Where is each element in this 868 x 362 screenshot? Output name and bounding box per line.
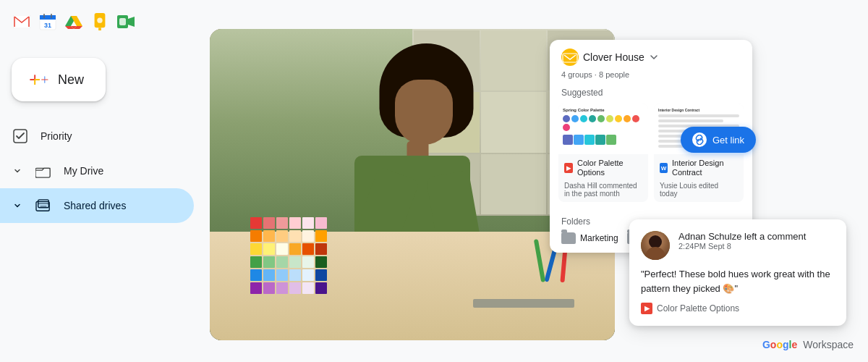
sidebar-item-priority[interactable]: Priority [0, 119, 194, 153]
meet-app-icon[interactable] [116, 12, 136, 32]
file-info-color-palette: ▶ Color Palette Options [558, 154, 648, 182]
shared-drives-icon [35, 197, 52, 214]
comment-header: Adnan Schulze left a comment 2:24PM Sept… [641, 231, 835, 260]
suggested-label: Suggested [550, 85, 752, 104]
workspace-name-text: Clover House [583, 51, 644, 63]
svg-rect-10 [119, 18, 126, 25]
files-grid: Spring Color Palette [550, 104, 752, 211]
google-brand-text: Google [762, 339, 797, 350]
sidebar: New Priority [0, 0, 203, 362]
drive-app-icon[interactable] [64, 12, 84, 32]
expand-arrow-shared-drives[interactable] [12, 200, 23, 211]
comment-card: Adnan Schulze left a comment 2:24PM Sept… [629, 219, 846, 326]
get-link-button[interactable]: Get link [681, 127, 756, 153]
my-drive-icon [35, 162, 52, 180]
file-card-color-palette[interactable]: Spring Color Palette [558, 104, 648, 202]
expand-arrow-my-drive[interactable] [12, 165, 23, 177]
gmail-app-icon[interactable] [12, 12, 32, 32]
workspace-name-container: Clover House [561, 49, 659, 66]
shared-drives-label: Shared drives [64, 200, 126, 211]
workspace-dropdown-icon[interactable] [649, 52, 659, 62]
my-drive-label: My Drive [64, 165, 103, 177]
new-button-label: New [58, 72, 84, 88]
docs-icon-sm: W [660, 163, 668, 173]
workspace-avatar [561, 49, 579, 66]
keep-app-icon[interactable] [90, 12, 110, 32]
file-desc-color-palette: Dasha Hill commented in the past month [558, 182, 648, 202]
svg-text:31: 31 [44, 22, 51, 29]
comment-meta: Adnan Schulze left a comment 2:24PM Sept… [678, 231, 835, 251]
comment-text: "Perfect! These bold hues work great wit… [641, 267, 835, 295]
sidebar-item-shared-drives[interactable]: Shared drives [0, 188, 194, 223]
new-button[interactable]: New [12, 58, 106, 101]
color-palette-preview: Spring Color Palette [558, 104, 648, 154]
get-link-label: Get link [712, 135, 744, 146]
chain-link-icon [694, 135, 705, 145]
comment-file-name: Color Palette Options [657, 303, 739, 313]
calendar-app-icon[interactable]: 31 [38, 12, 58, 32]
top-bar: 31 [12, 12, 136, 32]
comment-file-ref: ▶ Color Palette Options [641, 303, 835, 314]
comment-file-icon: ▶ [641, 303, 652, 314]
comment-time: 2:24PM Sept 8 [678, 242, 835, 251]
svg-rect-17 [563, 54, 577, 62]
link-icon [692, 132, 707, 147]
file-desc-interior-contract: Yusie Louis edited today [654, 182, 744, 202]
file-name-interior-contract: Interior Design Contract [672, 159, 738, 177]
slides-icon-sm: ▶ [564, 163, 573, 173]
priority-icon [12, 127, 29, 145]
folder-marketing[interactable]: Marketing [561, 232, 618, 244]
drive-card-header: Clover House [550, 40, 752, 69]
workspace-text: Workspace [803, 339, 854, 350]
color-swatches [250, 217, 453, 297]
file-name-color-palette: Color Palette Options [577, 159, 642, 177]
folder-marketing-name: Marketing [580, 233, 618, 243]
file-card-interior-contract[interactable]: Interior Design Contract W Interior [654, 104, 744, 202]
google-workspace-branding: Google Workspace [762, 339, 854, 350]
priority-label: Priority [41, 130, 72, 142]
svg-rect-7 [98, 28, 101, 30]
new-plus-icon [29, 70, 49, 90]
main-content: New Priority [0, 0, 868, 362]
sidebar-item-my-drive[interactable]: My Drive [0, 153, 194, 188]
workspace-subtitle: 4 groups · 8 people [550, 69, 752, 85]
commenter-name: Adnan Schulze left a comment [678, 231, 835, 242]
file-info-interior-contract: W Interior Design Contract [654, 154, 744, 182]
svg-point-8 [97, 17, 102, 22]
folder-marketing-icon [561, 232, 576, 244]
commenter-avatar [641, 231, 670, 260]
svg-rect-2 [40, 15, 56, 20]
